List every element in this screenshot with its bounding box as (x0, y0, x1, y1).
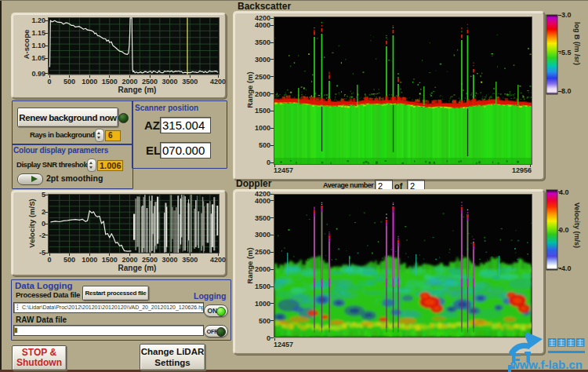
svg-text:www.f-lab.cn: www.f-lab.cn (510, 358, 583, 371)
